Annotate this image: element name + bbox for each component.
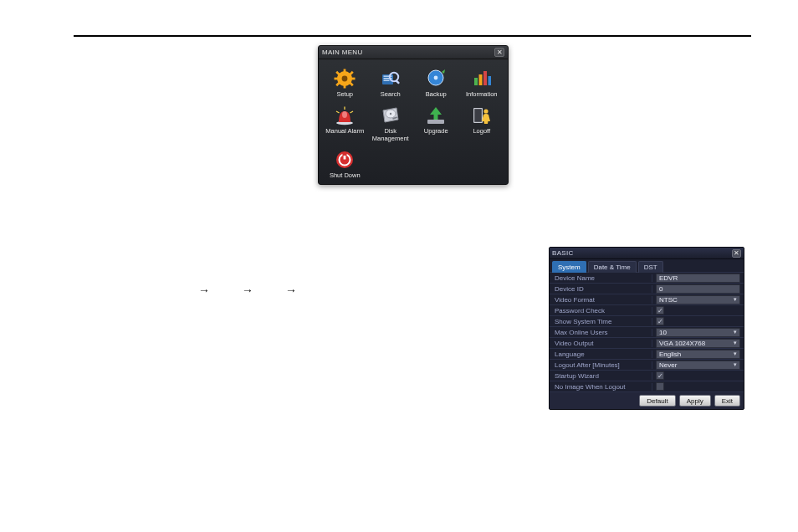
menu-item-logoff[interactable]: Logoff	[459, 101, 505, 144]
svg-rect-33	[474, 109, 482, 122]
svg-point-24	[342, 111, 347, 118]
close-icon[interactable]: ✕	[732, 249, 741, 258]
upgrade-arrow-icon	[424, 105, 448, 126]
main-menu-title: MAIN MENU	[322, 49, 362, 56]
row-label: Logout After [Minutes]	[550, 361, 652, 369]
close-icon[interactable]: ✕	[494, 48, 504, 57]
menu-item-search[interactable]: Search	[368, 64, 414, 100]
alarm-bell-icon	[333, 105, 356, 126]
menu-item-label: Information	[466, 91, 498, 98]
basic-title: BASIC	[552, 249, 574, 257]
svg-rect-38	[343, 152, 347, 156]
gear-icon	[333, 68, 356, 90]
row-device-name: Device Name EDVR	[550, 273, 744, 284]
menu-item-label: Logoff	[473, 128, 490, 135]
menu-item-backup[interactable]: Backup	[413, 64, 459, 100]
no-image-when-logout-checkbox[interactable]	[656, 382, 664, 391]
video-format-select[interactable]: NTSC▾	[656, 295, 740, 304]
row-video-format: Video Format NTSC▾	[550, 294, 744, 305]
basic-body: Device Name EDVR Device ID 0 Video Forma…	[550, 272, 744, 392]
svg-rect-2	[344, 69, 346, 74]
basic-titlebar: BASIC ✕	[550, 248, 744, 259]
main-menu-window: MAIN MENU ✕ Setup Search Backup Inf	[318, 45, 509, 185]
svg-point-18	[434, 76, 438, 80]
svg-rect-20	[478, 74, 482, 85]
page-top-rule	[74, 35, 751, 37]
row-label: Device Name	[550, 274, 652, 282]
svg-point-1	[342, 76, 348, 82]
device-name-field[interactable]: EDVR	[656, 274, 740, 283]
row-startup-wizard: Startup Wizard ✓	[550, 371, 744, 381]
apply-button[interactable]: Apply	[679, 395, 711, 407]
svg-rect-4	[335, 78, 339, 80]
menu-item-label: Disk Management	[368, 128, 414, 142]
row-label: Startup Wizard	[550, 372, 652, 380]
row-show-system-time: Show System Time ✓	[550, 316, 744, 327]
menu-item-upgrade[interactable]: Upgrade	[413, 101, 459, 144]
row-label: Language	[550, 350, 652, 358]
chevron-down-icon: ▾	[734, 350, 737, 357]
tab-dst[interactable]: DST	[638, 261, 663, 273]
logoff-person-icon	[470, 105, 494, 126]
row-label: Max Online Users	[550, 329, 652, 336]
chevron-down-icon: ▾	[734, 340, 737, 346]
row-video-output: Video Output VGA 1024X768▾	[550, 338, 744, 349]
svg-rect-13	[383, 80, 389, 81]
menu-item-label: Backup	[426, 91, 447, 98]
startup-wizard-checkbox[interactable]: ✓	[656, 371, 664, 380]
menu-item-manual-alarm[interactable]: Manual Alarm	[322, 101, 368, 144]
menu-item-label: Setup	[336, 91, 353, 98]
svg-rect-22	[488, 76, 491, 85]
breadcrumb-arrows: → → →	[198, 284, 297, 297]
power-icon	[333, 149, 356, 171]
show-system-time-checkbox[interactable]: ✓	[656, 317, 664, 325]
svg-rect-3	[344, 84, 346, 89]
menu-item-information[interactable]: Information	[459, 64, 505, 100]
exit-button[interactable]: Exit	[714, 395, 740, 407]
row-device-id: Device ID 0	[550, 284, 744, 294]
chevron-down-icon: ▾	[734, 329, 737, 335]
row-no-image-when-logout: No Image When Logout	[550, 381, 744, 392]
magnifier-icon	[379, 68, 402, 90]
disc-icon	[424, 68, 448, 90]
max-online-users-select[interactable]: 10▾	[656, 328, 740, 337]
main-menu-titlebar: MAIN MENU ✕	[319, 46, 508, 59]
menu-item-label: Upgrade	[424, 128, 448, 135]
svg-rect-31	[427, 120, 444, 124]
row-password-check: Password Check ✓	[550, 305, 744, 316]
tab-date-time[interactable]: Date & Time	[588, 261, 637, 273]
main-menu-grid: Setup Search Backup Information Manual A	[319, 59, 508, 184]
password-check-checkbox[interactable]: ✓	[656, 306, 664, 315]
device-id-field[interactable]: 0	[656, 284, 740, 294]
row-max-online-users: Max Online Users 10▾	[550, 327, 744, 338]
row-label: Video Output	[550, 340, 652, 347]
svg-line-26	[350, 111, 354, 113]
logout-after-select[interactable]: Never▾	[656, 361, 740, 370]
menu-item-shut-down[interactable]: Shut Down	[322, 146, 368, 181]
svg-point-34	[483, 110, 488, 114]
menu-item-label: Shut Down	[330, 172, 361, 179]
menu-item-disk-management[interactable]: Disk Management	[368, 101, 414, 144]
hdd-icon	[379, 105, 402, 126]
svg-point-29	[390, 113, 391, 115]
basic-tabs: System Date & Time DST	[550, 259, 744, 273]
tab-system[interactable]: System	[552, 261, 586, 273]
row-label: Device ID	[550, 285, 652, 293]
row-label: Show System Time	[550, 318, 652, 325]
arrow-right-icon: →	[242, 284, 253, 297]
bars-icon	[470, 68, 494, 90]
language-select[interactable]: English▾	[656, 350, 740, 359]
row-label: No Image When Logout	[550, 383, 652, 391]
menu-item-label: Search	[381, 91, 401, 98]
default-button[interactable]: Default	[639, 395, 675, 407]
chevron-down-icon: ▾	[734, 361, 737, 368]
arrow-right-icon: →	[198, 284, 210, 297]
menu-item-label: Manual Alarm	[325, 128, 364, 135]
row-language: Language English▾	[550, 349, 744, 360]
menu-item-setup[interactable]: Setup	[322, 64, 368, 100]
row-label: Password Check	[550, 307, 652, 315]
row-logout-after: Logout After [Minutes] Never▾	[550, 360, 744, 371]
arrow-right-icon: →	[285, 284, 297, 297]
basic-window: BASIC ✕ System Date & Time DST Device Na…	[549, 247, 744, 410]
video-output-select[interactable]: VGA 1024X768▾	[656, 339, 740, 348]
